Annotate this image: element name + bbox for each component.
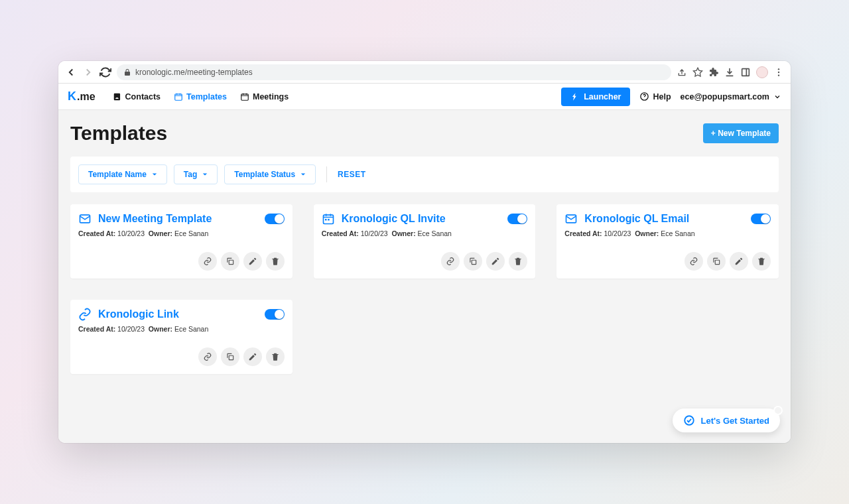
card-header: Kronologic QL Email — [564, 212, 771, 225]
copy-link-button[interactable] — [198, 347, 217, 366]
duplicate-button[interactable] — [221, 347, 239, 366]
edit-button[interactable] — [243, 347, 262, 366]
edit-button[interactable] — [243, 252, 262, 271]
user-email-label: ece@popupsmart.com — [681, 92, 769, 101]
filter-template-status[interactable]: Template Status — [224, 164, 316, 184]
card-title: Kronologic QL Invite — [342, 213, 501, 225]
content-area: Templates + New Template Template Name T… — [58, 110, 791, 443]
duplicate-button[interactable] — [707, 252, 726, 271]
copy-link-button[interactable] — [441, 252, 460, 271]
user-menu[interactable]: ece@popupsmart.com — [681, 92, 781, 101]
check-circle-icon — [683, 414, 695, 426]
panel-icon[interactable] — [740, 67, 751, 78]
get-started-button[interactable]: Let's Get Started — [673, 409, 780, 432]
browser-window: kronologic.me/meeting-templates K.me — [58, 61, 791, 443]
card-actions — [564, 252, 771, 271]
svg-rect-12 — [472, 260, 476, 264]
svg-rect-10 — [325, 219, 327, 221]
menu-icon[interactable] — [773, 67, 784, 78]
filter-template-name[interactable]: Template Name — [78, 164, 167, 184]
nav-contacts[interactable]: Contacts — [106, 88, 167, 105]
nav-templates[interactable]: Templates — [167, 88, 233, 105]
extensions-icon[interactable] — [708, 67, 719, 78]
address-bar[interactable]: kronologic.me/meeting-templates — [117, 64, 671, 80]
copy-link-button[interactable] — [685, 252, 703, 271]
main-nav: Contacts Templates Meetings — [106, 88, 296, 105]
template-card[interactable]: Kronologic QL Email Created At: 10/20/23… — [556, 204, 779, 279]
contacts-icon — [113, 92, 122, 101]
nav-contacts-label: Contacts — [125, 92, 161, 101]
card-meta: Created At: 10/20/23 Owner: Ece Sanan — [564, 229, 771, 237]
filter-bar: Template Name Tag Template Status RESET — [70, 157, 779, 192]
enable-toggle[interactable] — [751, 214, 771, 224]
notification-dot — [773, 406, 783, 415]
mail-icon — [78, 212, 92, 225]
caret-down-icon — [152, 172, 157, 177]
rocket-icon — [570, 92, 580, 101]
bookmark-icon[interactable] — [692, 67, 703, 78]
divider — [326, 166, 327, 182]
delete-button[interactable] — [266, 252, 285, 271]
help-label: Help — [653, 92, 671, 101]
enable-toggle[interactable] — [265, 214, 285, 224]
enable-toggle[interactable] — [507, 214, 527, 224]
chevron-down-icon — [773, 93, 781, 101]
calendar-icon — [240, 92, 249, 101]
browser-toolbar: kronologic.me/meeting-templates — [58, 61, 791, 84]
nav-meetings[interactable]: Meetings — [233, 88, 295, 105]
url-text: kronologic.me/meeting-templates — [135, 68, 253, 77]
nav-templates-label: Templates — [186, 92, 227, 101]
svg-point-3 — [778, 74, 779, 76]
template-card[interactable]: Kronologic Link Created At: 10/20/23 Own… — [70, 300, 293, 374]
card-title: New Meeting Template — [98, 213, 258, 225]
profile-avatar[interactable] — [756, 66, 768, 78]
lock-icon — [123, 68, 131, 76]
page-title: Templates — [70, 122, 167, 145]
delete-button[interactable] — [266, 347, 285, 366]
share-icon[interactable] — [677, 67, 687, 78]
card-meta: Created At: 10/20/23 Owner: Ece Sanan — [322, 229, 528, 237]
card-header: Kronologic QL Invite — [322, 212, 528, 225]
link-icon — [78, 308, 92, 321]
svg-rect-5 — [241, 94, 249, 99]
copy-link-button[interactable] — [198, 252, 217, 271]
calendar-icon — [322, 212, 335, 225]
card-header: New Meeting Template — [78, 212, 285, 225]
forward-button[interactable] — [82, 66, 94, 78]
reset-filters[interactable]: RESET — [338, 170, 366, 179]
launcher-button[interactable]: Launcher — [561, 88, 630, 106]
svg-point-2 — [778, 71, 779, 72]
duplicate-button[interactable] — [464, 252, 482, 271]
filter-tag[interactable]: Tag — [174, 164, 218, 184]
template-card[interactable]: New Meeting Template Created At: 10/20/2… — [70, 204, 293, 279]
svg-point-1 — [778, 68, 779, 70]
delete-button[interactable] — [752, 252, 771, 271]
reload-button[interactable] — [99, 66, 111, 78]
help-icon — [639, 92, 649, 101]
header-right: Launcher Help ece@popupsmart.com — [561, 88, 781, 106]
svg-rect-8 — [229, 260, 233, 264]
svg-rect-0 — [742, 68, 750, 76]
edit-button[interactable] — [486, 252, 505, 271]
duplicate-button[interactable] — [221, 252, 239, 271]
enable-toggle[interactable] — [265, 309, 285, 320]
delete-button[interactable] — [509, 252, 527, 271]
card-title: Kronologic QL Email — [584, 213, 744, 225]
mail-icon — [564, 212, 578, 225]
card-title: Kronologic Link — [98, 308, 258, 320]
page-title-row: Templates + New Template — [70, 122, 779, 145]
new-template-button[interactable]: + New Template — [703, 123, 779, 143]
template-card[interactable]: Kronologic QL Invite Created At: 10/20/2… — [314, 204, 536, 279]
edit-button[interactable] — [730, 252, 748, 271]
svg-rect-14 — [715, 260, 719, 264]
back-button[interactable] — [65, 66, 77, 78]
card-actions — [78, 347, 285, 366]
svg-rect-15 — [229, 355, 233, 359]
template-grid: New Meeting Template Created At: 10/20/2… — [70, 204, 779, 374]
get-started-label: Let's Get Started — [700, 416, 769, 426]
download-icon[interactable] — [724, 67, 735, 78]
logo[interactable]: K.me — [68, 90, 96, 103]
calendar-icon — [174, 92, 183, 101]
help-link[interactable]: Help — [639, 92, 671, 101]
nav-meetings-label: Meetings — [253, 92, 289, 101]
